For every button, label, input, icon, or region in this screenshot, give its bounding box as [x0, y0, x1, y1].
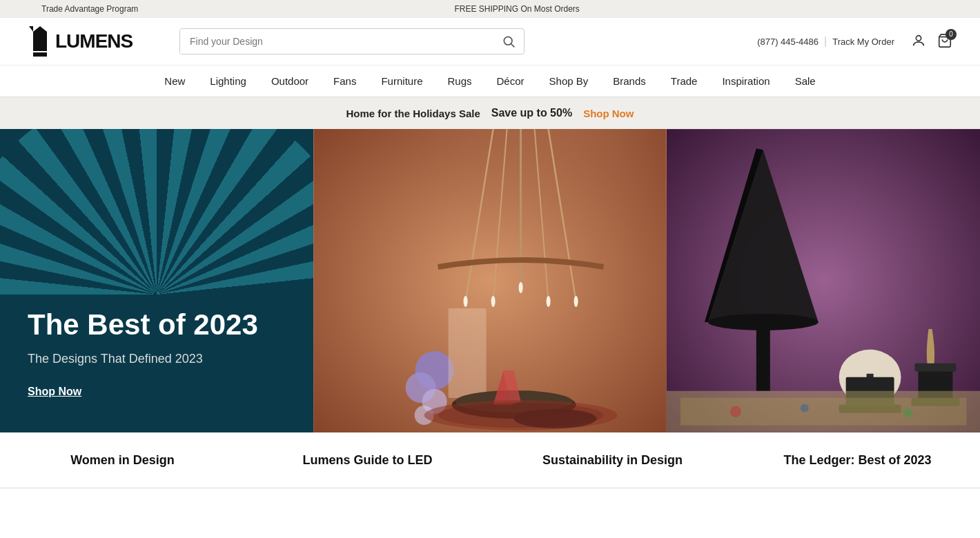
hero-left-panel: The Best of 2023 The Designs That Define…: [0, 129, 313, 432]
svg-line-2: [511, 44, 515, 48]
hero-right-panel: [667, 129, 980, 432]
cart-count: 0: [945, 29, 957, 40]
nav-decor[interactable]: Décor: [484, 66, 537, 97]
nav-lighting[interactable]: Lighting: [197, 66, 259, 97]
trade-program-link[interactable]: Trade Advantage Program: [41, 4, 138, 14]
promo-banner: Home for the Holidays Sale Save up to 50…: [0, 97, 980, 129]
svg-point-41: [903, 408, 912, 418]
hero-subtitle: The Designs That Defined 2023: [28, 352, 286, 366]
nav-furniture[interactable]: Furniture: [369, 66, 435, 97]
track-order-link[interactable]: Track My Order: [832, 37, 894, 47]
svg-rect-0: [33, 51, 47, 52]
main-nav: New Lighting Outdoor Fans Furniture Rugs…: [0, 66, 980, 97]
bottom-link-item-1: Lumens Guide to LED: [245, 453, 490, 481]
nav-inspiration[interactable]: Inspiration: [709, 66, 782, 97]
hero-section: The Best of 2023 The Designs That Define…: [0, 129, 980, 432]
hero-mid-panel: [313, 129, 666, 432]
nav-fans[interactable]: Fans: [321, 66, 369, 97]
bottom-links: Women in Design Lumens Guide to LED Sust…: [0, 432, 980, 488]
phone-number: (877) 445-4486: [757, 37, 819, 47]
svg-point-16: [574, 296, 578, 307]
cart-button[interactable]: 0: [937, 33, 952, 50]
svg-point-13: [491, 296, 496, 307]
bottom-link-item-3: The Ledger: Best of 2023: [735, 453, 980, 481]
hero-title: The Best of 2023: [28, 309, 286, 341]
nav-shopby[interactable]: Shop By: [537, 66, 601, 97]
bottom-link-item-2: Sustainability in Design: [490, 453, 735, 481]
svg-rect-21: [449, 308, 487, 398]
bottom-link-label-3[interactable]: The Ledger: Best of 2023: [749, 453, 966, 468]
hero-mid-image: [313, 129, 666, 432]
bottom-link-label-0[interactable]: Women in Design: [14, 453, 231, 468]
search-bar: [179, 28, 525, 54]
bottom-link-label-2[interactable]: Sustainability in Design: [504, 453, 721, 468]
svg-rect-29: [756, 322, 770, 391]
svg-point-40: [800, 404, 808, 412]
svg-point-15: [547, 296, 551, 307]
svg-point-26: [438, 403, 604, 428]
svg-point-14: [519, 282, 523, 293]
search-icon: [502, 34, 516, 48]
user-icon: [911, 33, 926, 48]
header-icons: 0: [911, 33, 952, 50]
bottom-link-label-1[interactable]: Lumens Guide to LED: [259, 453, 476, 468]
top-bar: Trade Advantage Program FREE SHIPPING On…: [0, 0, 980, 18]
header-right: (877) 445-4486 | Track My Order 0: [757, 33, 952, 50]
header: LUMENS (877) 445-4486 | Track My Order: [0, 18, 980, 66]
shop-now-button[interactable]: Shop Now: [583, 108, 634, 119]
logo-icon: [28, 25, 52, 58]
nav-sale[interactable]: Sale: [783, 66, 828, 97]
hero-right-image: [667, 129, 980, 432]
logo[interactable]: LUMENS: [28, 25, 166, 58]
search-input[interactable]: [180, 29, 493, 54]
sale-text: Home for the Holidays Sale: [346, 108, 480, 119]
nav-rugs[interactable]: Rugs: [435, 66, 484, 97]
save-text: Save up to 50%: [491, 107, 572, 119]
hero-content: The Best of 2023 The Designs That Define…: [28, 309, 286, 398]
nav-new[interactable]: New: [152, 66, 197, 97]
divider: |: [824, 35, 827, 48]
logo-text: LUMENS: [55, 30, 133, 52]
hero-cta-button[interactable]: Shop Now: [28, 386, 81, 398]
nav-outdoor[interactable]: Outdoor: [259, 66, 321, 97]
svg-point-1: [504, 37, 512, 45]
svg-point-3: [916, 35, 921, 40]
search-button[interactable]: [493, 34, 524, 48]
svg-rect-36: [914, 363, 956, 372]
account-button[interactable]: [911, 33, 926, 50]
nav-brands[interactable]: Brands: [600, 66, 658, 97]
bottom-link-item-0: Women in Design: [0, 453, 245, 481]
nav-trade[interactable]: Trade: [658, 66, 710, 97]
shipping-notice: FREE SHIPPING On Most Orders: [454, 4, 579, 14]
svg-rect-38: [680, 398, 966, 426]
svg-point-12: [464, 296, 468, 307]
svg-point-39: [729, 406, 741, 417]
